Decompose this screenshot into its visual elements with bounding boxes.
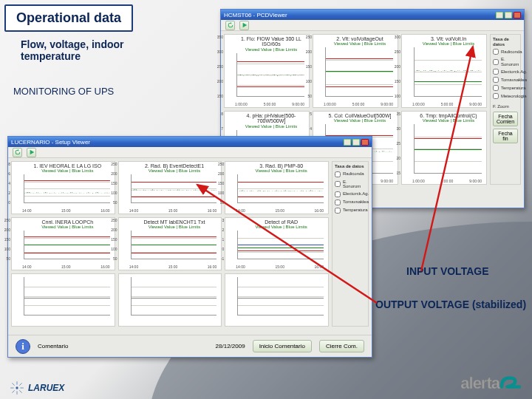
play-button[interactable]: [27, 148, 36, 157]
chart-subtitle: Viewed Value | Blue Limits: [236, 168, 327, 173]
plot-area: [237, 231, 324, 259]
side-checkbox[interactable]: Electorck.Ag.: [493, 69, 518, 75]
side-checkbox[interactable]: Meteorologia: [493, 93, 518, 99]
chart-title: 4. pHa: pHValue[500-700W500W]: [235, 113, 307, 124]
zoom-label: F. Zoom: [493, 104, 518, 109]
plot-area: [24, 231, 110, 259]
checkbox-input[interactable]: [493, 85, 499, 91]
plot-area: [414, 47, 482, 97]
chart-panel: 3. Vlt: volVolt.In Viewed Value | Blue L…: [401, 34, 487, 108]
y-ticks: 3530252015: [392, 112, 400, 175]
x-ticks: 1:00:005:00:009:00:00: [412, 102, 482, 106]
chart-subtitle: Viewed Value | Blue Limits: [236, 225, 327, 229]
side-heading: Tasa de datos: [493, 37, 518, 47]
chart-panel: [11, 273, 115, 327]
date-value: 28/12/2009: [216, 343, 245, 349]
y-ticks: [1, 274, 10, 317]
chart-title: 1. IEV HEORAL E LA LG ISO: [22, 163, 113, 168]
chart-title: 3. Rad. B) PMP-80: [236, 163, 327, 168]
plot-area: [24, 174, 110, 203]
play-button[interactable]: [239, 21, 249, 30]
side-checkbox[interactable]: Temperatura: [335, 208, 366, 214]
chart-subtitle: Viewed Value | Blue Limits: [129, 168, 220, 173]
side-checkbox[interactable]: Radiconda: [493, 49, 518, 55]
max-icon[interactable]: [352, 139, 360, 146]
chart-subtitle: Viewed Value | Blue Limits: [235, 47, 307, 52]
chart-subtitle: Viewed Value | Blue Limits: [129, 225, 220, 229]
checkbox-input[interactable]: [335, 191, 341, 197]
chart-subtitle: Viewed Value | Blue Limits: [412, 41, 485, 46]
logo-alerta-text: alerta: [460, 374, 499, 393]
side-heading: Tasa de datos: [335, 164, 366, 169]
plot-area: [24, 277, 110, 316]
side-checkbox[interactable]: Tomavsaklea: [493, 77, 518, 83]
checkbox-input[interactable]: [493, 93, 499, 99]
titlebar-front[interactable]: LUCERNARIO - Setup Viewer: [8, 137, 372, 147]
chart-title: 2. Rad. B) EventDetectE1: [129, 163, 220, 168]
info-icon[interactable]: i: [16, 339, 30, 354]
refresh-button[interactable]: [225, 21, 235, 30]
side-checkbox[interactable]: Electorck.Ag.: [335, 191, 366, 197]
chart-panel: 1. IEV HEORAL E LA LG ISO Viewed Value |…: [11, 161, 115, 214]
y-ticks: 25020015010050: [215, 162, 224, 205]
slide-subtitle-2: MONITORING OF UPS: [13, 86, 114, 97]
svg-line-10: [19, 383, 21, 385]
date-end-button[interactable]: Fecha fin: [493, 129, 518, 143]
y-ticks: 25020015010050: [303, 35, 312, 98]
checkbox-input[interactable]: [493, 77, 499, 83]
plot-area: [131, 231, 217, 259]
chart-subtitle: Viewed Value | Blue Limits: [22, 168, 113, 173]
chart-title: Cnnl. INERA LOOPCh: [22, 219, 113, 225]
svg-line-11: [12, 390, 14, 392]
side-checkbox[interactable]: Radiconda: [335, 171, 366, 177]
label-output-voltage: OUTPUT VOLTAGE (stabilized): [375, 299, 526, 311]
checkbox-input[interactable]: [335, 171, 341, 177]
window-front[interactable]: LUCERNARIO - Setup Viewer 1. IEV HEORAL …: [7, 136, 372, 358]
y-ticks: 86420: [1, 162, 10, 205]
checkbox-input[interactable]: [335, 181, 341, 187]
plot-area: [237, 174, 324, 203]
x-ticks: 14:0015:0016:00: [236, 208, 324, 213]
side-checkbox[interactable]: Tomavsaklea: [335, 200, 366, 205]
checkbox-input[interactable]: [493, 69, 499, 75]
y-ticks: 25020015010050: [1, 218, 10, 261]
side-checkbox[interactable]: Temperatura: [493, 85, 518, 91]
date-start-button[interactable]: Fecha Comien: [493, 112, 518, 126]
close-icon[interactable]: [514, 12, 521, 18]
checkbox-input[interactable]: [493, 49, 499, 55]
checkbox-input[interactable]: [335, 208, 341, 214]
window-title: HCMST06 - PCDViewer: [224, 12, 287, 18]
svg-line-8: [12, 383, 14, 385]
min-icon[interactable]: [344, 139, 351, 146]
checkbox-input[interactable]: [335, 200, 341, 205]
min-icon[interactable]: [496, 12, 503, 18]
logo-laruex-text: LARUEX: [28, 383, 64, 393]
y-ticks: 350300250200150: [214, 35, 223, 98]
close-comment-button[interactable]: Cierre Com.: [319, 340, 364, 352]
chart-title: Detect MT labENCHT1 Txt: [129, 219, 220, 225]
chart-panel: Detect MT labENCHT1 Txt Viewed Value | B…: [118, 217, 222, 270]
y-ticks: 25020015010050: [109, 218, 117, 261]
refresh-button[interactable]: [13, 148, 22, 157]
slide-subtitle-1: Flow, voltage, indoor temperature: [21, 38, 139, 62]
chart-panel: [225, 273, 329, 327]
chart-title: 5. Col: CollValueOut[500W]: [324, 113, 396, 118]
chart-panel: 1. Flo: FlOW Value 300 LL ISO/60s Viewed…: [224, 34, 310, 108]
svg-line-9: [19, 390, 21, 392]
window-title: LUCERNARIO - Setup Viewer: [11, 139, 90, 146]
chart-subtitle: Viewed Value | Blue Limits: [235, 124, 307, 129]
comment-label: Comentario: [38, 343, 68, 349]
max-icon[interactable]: [505, 12, 512, 18]
plot-area: [414, 124, 482, 174]
chart-panel: 2. Rad. B) EventDetectE1 Viewed Value | …: [118, 161, 222, 214]
side-checkbox[interactable]: E. Sonorom: [335, 180, 366, 189]
plot-area: [237, 277, 324, 316]
side-checkbox[interactable]: E. Sonorom: [493, 57, 518, 66]
close-icon[interactable]: [361, 139, 369, 146]
logo-alerta: alerta: [460, 372, 522, 393]
titlebar-back[interactable]: HCMST06 - PCDViewer: [221, 10, 524, 20]
init-comment-button[interactable]: Inicio Comentario: [253, 340, 312, 352]
y-ticks: 300250200150100: [392, 35, 400, 98]
chart-panel: Cnnl. INERA LOOPCh Viewed Value | Blue L…: [11, 217, 115, 270]
checkbox-input[interactable]: [493, 59, 499, 65]
